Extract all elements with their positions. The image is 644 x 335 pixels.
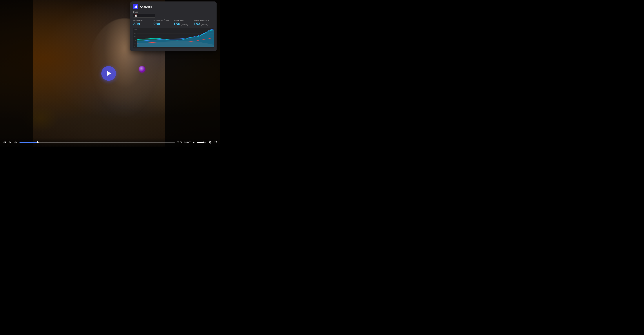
stat-label-total-plays: Total de plays	[174, 20, 192, 21]
y-axis-labels: 100 80 60 40 20 0	[134, 28, 137, 48]
interaction-dot	[139, 66, 145, 72]
bar-chart-icon	[134, 5, 137, 8]
stat-number-total-plays-unicos: 153	[194, 22, 200, 26]
volume-thumb	[202, 142, 204, 143]
svg-rect-1	[136, 6, 136, 8]
y-label-20: 20	[134, 42, 137, 44]
stats-row: Vizualizações 308 Vizualizações Únicas 2…	[133, 20, 214, 26]
calendar-icon: 📅	[135, 14, 138, 17]
chart-svg	[133, 28, 214, 48]
stat-value-total-plays: 156 (50.6%)	[174, 22, 192, 26]
stat-sub-total-plays: (50.6%)	[181, 24, 188, 26]
stat-total-plays: Total de plays 156 (50.6%)	[174, 20, 194, 26]
analytics-panel: Analytics Dates 📅 Vizualizações 308 Vizu…	[130, 2, 216, 52]
play-button-overlay[interactable]	[101, 66, 116, 81]
volume-control	[193, 140, 206, 144]
volume-button[interactable]	[193, 140, 196, 144]
video-controls-bar: 07:04 / 1:00:47	[0, 138, 220, 147]
svg-rect-0	[134, 7, 135, 8]
analytics-icon	[133, 4, 138, 9]
y-label-80: 80	[134, 32, 137, 34]
dates-label: Dates	[133, 11, 214, 13]
volume-icon	[193, 140, 196, 144]
stat-vizualizacoes-unicas: Vizualizações Únicas 280	[154, 20, 174, 26]
time-display: 07:04 / 1:00:47	[177, 141, 190, 143]
rewind-icon	[3, 140, 6, 144]
y-label-100: 100	[134, 29, 137, 31]
svg-rect-2	[136, 6, 137, 8]
volume-slider[interactable]	[197, 142, 206, 143]
dates-section: Dates 📅	[133, 11, 214, 18]
y-label-60: 60	[134, 36, 137, 38]
analytics-chart: 100 80 60 40 20 0	[133, 28, 214, 48]
settings-icon	[208, 140, 212, 144]
analytics-header: Analytics	[133, 4, 214, 9]
stat-label-vizualizacoes-unicas: Vizualizações Únicas	[154, 20, 172, 21]
stat-value-vizualizacoes-unicas: 280	[154, 22, 172, 26]
forward-icon	[14, 140, 17, 144]
dates-input[interactable]: 📅	[133, 14, 155, 18]
y-label-0: 0	[134, 46, 137, 48]
progress-fill	[20, 142, 38, 143]
volume-fill	[197, 142, 203, 143]
stat-sub-total-plays-unicos: (54.6%)	[201, 24, 208, 26]
duration: 1:00:47	[184, 141, 190, 143]
settings-button[interactable]	[208, 140, 212, 144]
dark-overlay-left	[0, 0, 33, 147]
stat-number-total-plays: 156	[174, 22, 180, 26]
stat-value-vizualizacoes: 308	[133, 22, 152, 26]
rewind-button[interactable]	[3, 140, 6, 144]
play-icon	[8, 140, 12, 144]
current-time: 07:04	[177, 141, 182, 143]
stat-value-total-plays-unicos: 153 (54.6%)	[194, 22, 212, 26]
stat-total-plays-unicos: Total de plays únicos 153 (54.6%)	[194, 20, 214, 26]
stat-label-total-plays-unicos: Total de plays únicos	[194, 20, 212, 21]
y-label-40: 40	[134, 39, 137, 41]
analytics-title: Analytics	[140, 5, 152, 8]
stat-vizualizacoes: Vizualizações 308	[133, 20, 154, 26]
stat-label-vizualizacoes: Vizualizações	[133, 20, 152, 21]
play-pause-button[interactable]	[8, 140, 12, 144]
progress-bar[interactable]	[20, 142, 175, 143]
progress-thumb	[37, 141, 38, 143]
fullscreen-button[interactable]	[214, 140, 217, 144]
forward-button[interactable]	[14, 140, 17, 144]
fullscreen-icon	[214, 140, 217, 144]
